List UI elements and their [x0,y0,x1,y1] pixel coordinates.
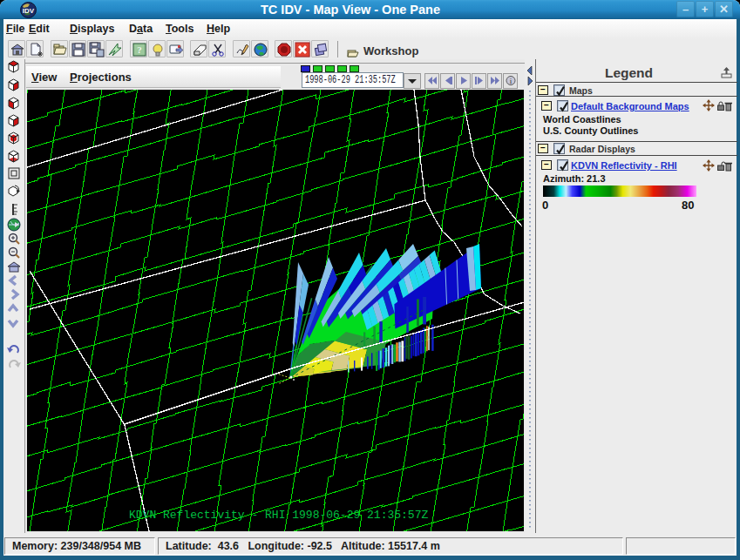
svg-text:?: ? [137,44,142,55]
svg-text:IDV: IDV [23,7,35,15]
svg-text:KDVN Reflectivity - RHI 1998-0: KDVN Reflectivity - RHI 1998-06-29 21:35… [129,509,428,522]
